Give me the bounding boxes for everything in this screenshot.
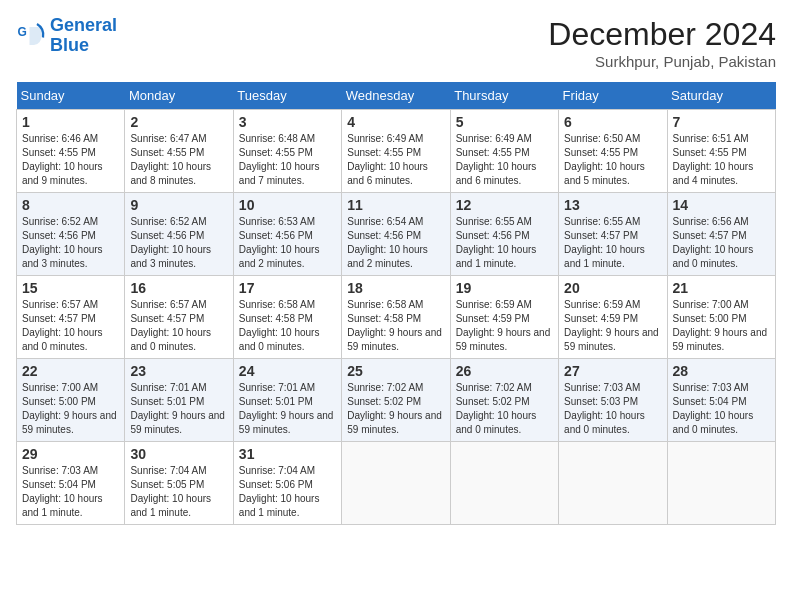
day-info: Sunrise: 6:49 AMSunset: 4:55 PMDaylight:…: [456, 132, 553, 188]
day-number: 25: [347, 363, 444, 379]
day-header-thursday: Thursday: [450, 82, 558, 110]
day-number: 18: [347, 280, 444, 296]
day-cell-28: 28Sunrise: 7:03 AMSunset: 5:04 PMDayligh…: [667, 359, 775, 442]
day-cell-2: 2Sunrise: 6:47 AMSunset: 4:55 PMDaylight…: [125, 110, 233, 193]
day-cell-18: 18Sunrise: 6:58 AMSunset: 4:58 PMDayligh…: [342, 276, 450, 359]
week-row-4: 22Sunrise: 7:00 AMSunset: 5:00 PMDayligh…: [17, 359, 776, 442]
day-info: Sunrise: 6:52 AMSunset: 4:56 PMDaylight:…: [130, 215, 227, 271]
day-cell-27: 27Sunrise: 7:03 AMSunset: 5:03 PMDayligh…: [559, 359, 667, 442]
day-cell-26: 26Sunrise: 7:02 AMSunset: 5:02 PMDayligh…: [450, 359, 558, 442]
day-number: 10: [239, 197, 336, 213]
logo-line2: Blue: [50, 35, 89, 55]
day-cell-6: 6Sunrise: 6:50 AMSunset: 4:55 PMDaylight…: [559, 110, 667, 193]
location-subtitle: Surkhpur, Punjab, Pakistan: [548, 53, 776, 70]
day-cell-22: 22Sunrise: 7:00 AMSunset: 5:00 PMDayligh…: [17, 359, 125, 442]
day-number: 24: [239, 363, 336, 379]
day-cell-7: 7Sunrise: 6:51 AMSunset: 4:55 PMDaylight…: [667, 110, 775, 193]
day-number: 12: [456, 197, 553, 213]
day-info: Sunrise: 6:55 AMSunset: 4:57 PMDaylight:…: [564, 215, 661, 271]
day-info: Sunrise: 6:57 AMSunset: 4:57 PMDaylight:…: [22, 298, 119, 354]
day-info: Sunrise: 6:46 AMSunset: 4:55 PMDaylight:…: [22, 132, 119, 188]
day-info: Sunrise: 6:53 AMSunset: 4:56 PMDaylight:…: [239, 215, 336, 271]
day-info: Sunrise: 7:00 AMSunset: 5:00 PMDaylight:…: [673, 298, 770, 354]
day-info: Sunrise: 6:57 AMSunset: 4:57 PMDaylight:…: [130, 298, 227, 354]
empty-cell: [559, 442, 667, 525]
day-cell-9: 9Sunrise: 6:52 AMSunset: 4:56 PMDaylight…: [125, 193, 233, 276]
day-number: 26: [456, 363, 553, 379]
day-cell-14: 14Sunrise: 6:56 AMSunset: 4:57 PMDayligh…: [667, 193, 775, 276]
day-info: Sunrise: 7:03 AMSunset: 5:04 PMDaylight:…: [673, 381, 770, 437]
day-number: 13: [564, 197, 661, 213]
day-info: Sunrise: 6:48 AMSunset: 4:55 PMDaylight:…: [239, 132, 336, 188]
week-row-2: 8Sunrise: 6:52 AMSunset: 4:56 PMDaylight…: [17, 193, 776, 276]
day-number: 30: [130, 446, 227, 462]
header-row: SundayMondayTuesdayWednesdayThursdayFrid…: [17, 82, 776, 110]
day-number: 17: [239, 280, 336, 296]
day-info: Sunrise: 6:59 AMSunset: 4:59 PMDaylight:…: [456, 298, 553, 354]
day-number: 19: [456, 280, 553, 296]
day-info: Sunrise: 6:58 AMSunset: 4:58 PMDaylight:…: [239, 298, 336, 354]
day-header-tuesday: Tuesday: [233, 82, 341, 110]
day-header-monday: Monday: [125, 82, 233, 110]
day-info: Sunrise: 6:52 AMSunset: 4:56 PMDaylight:…: [22, 215, 119, 271]
day-info: Sunrise: 7:01 AMSunset: 5:01 PMDaylight:…: [239, 381, 336, 437]
day-info: Sunrise: 6:55 AMSunset: 4:56 PMDaylight:…: [456, 215, 553, 271]
day-info: Sunrise: 7:00 AMSunset: 5:00 PMDaylight:…: [22, 381, 119, 437]
day-number: 28: [673, 363, 770, 379]
day-cell-4: 4Sunrise: 6:49 AMSunset: 4:55 PMDaylight…: [342, 110, 450, 193]
logo: G General Blue: [16, 16, 117, 56]
empty-cell: [342, 442, 450, 525]
day-info: Sunrise: 6:58 AMSunset: 4:58 PMDaylight:…: [347, 298, 444, 354]
day-number: 3: [239, 114, 336, 130]
calendar-table: SundayMondayTuesdayWednesdayThursdayFrid…: [16, 82, 776, 525]
logo-text: General Blue: [50, 16, 117, 56]
day-info: Sunrise: 7:03 AMSunset: 5:03 PMDaylight:…: [564, 381, 661, 437]
day-number: 4: [347, 114, 444, 130]
week-row-5: 29Sunrise: 7:03 AMSunset: 5:04 PMDayligh…: [17, 442, 776, 525]
day-number: 21: [673, 280, 770, 296]
page-header: G General Blue December 2024 Surkhpur, P…: [16, 16, 776, 70]
month-title: December 2024: [548, 16, 776, 53]
day-number: 16: [130, 280, 227, 296]
day-info: Sunrise: 6:56 AMSunset: 4:57 PMDaylight:…: [673, 215, 770, 271]
day-cell-10: 10Sunrise: 6:53 AMSunset: 4:56 PMDayligh…: [233, 193, 341, 276]
day-number: 27: [564, 363, 661, 379]
day-header-friday: Friday: [559, 82, 667, 110]
day-number: 8: [22, 197, 119, 213]
day-number: 9: [130, 197, 227, 213]
day-cell-29: 29Sunrise: 7:03 AMSunset: 5:04 PMDayligh…: [17, 442, 125, 525]
day-info: Sunrise: 6:51 AMSunset: 4:55 PMDaylight:…: [673, 132, 770, 188]
empty-cell: [450, 442, 558, 525]
logo-line1: General: [50, 15, 117, 35]
day-cell-30: 30Sunrise: 7:04 AMSunset: 5:05 PMDayligh…: [125, 442, 233, 525]
day-number: 6: [564, 114, 661, 130]
day-number: 7: [673, 114, 770, 130]
day-info: Sunrise: 7:02 AMSunset: 5:02 PMDaylight:…: [347, 381, 444, 437]
day-cell-3: 3Sunrise: 6:48 AMSunset: 4:55 PMDaylight…: [233, 110, 341, 193]
day-number: 14: [673, 197, 770, 213]
day-cell-25: 25Sunrise: 7:02 AMSunset: 5:02 PMDayligh…: [342, 359, 450, 442]
day-info: Sunrise: 7:04 AMSunset: 5:06 PMDaylight:…: [239, 464, 336, 520]
day-cell-8: 8Sunrise: 6:52 AMSunset: 4:56 PMDaylight…: [17, 193, 125, 276]
day-info: Sunrise: 6:49 AMSunset: 4:55 PMDaylight:…: [347, 132, 444, 188]
day-header-sunday: Sunday: [17, 82, 125, 110]
day-cell-15: 15Sunrise: 6:57 AMSunset: 4:57 PMDayligh…: [17, 276, 125, 359]
day-number: 31: [239, 446, 336, 462]
day-info: Sunrise: 6:50 AMSunset: 4:55 PMDaylight:…: [564, 132, 661, 188]
day-info: Sunrise: 7:03 AMSunset: 5:04 PMDaylight:…: [22, 464, 119, 520]
svg-text:G: G: [18, 25, 27, 39]
day-cell-23: 23Sunrise: 7:01 AMSunset: 5:01 PMDayligh…: [125, 359, 233, 442]
day-number: 20: [564, 280, 661, 296]
week-row-3: 15Sunrise: 6:57 AMSunset: 4:57 PMDayligh…: [17, 276, 776, 359]
empty-cell: [667, 442, 775, 525]
logo-icon: G: [16, 21, 46, 51]
day-info: Sunrise: 6:59 AMSunset: 4:59 PMDaylight:…: [564, 298, 661, 354]
day-cell-16: 16Sunrise: 6:57 AMSunset: 4:57 PMDayligh…: [125, 276, 233, 359]
day-info: Sunrise: 7:02 AMSunset: 5:02 PMDaylight:…: [456, 381, 553, 437]
day-cell-17: 17Sunrise: 6:58 AMSunset: 4:58 PMDayligh…: [233, 276, 341, 359]
day-cell-24: 24Sunrise: 7:01 AMSunset: 5:01 PMDayligh…: [233, 359, 341, 442]
day-cell-1: 1Sunrise: 6:46 AMSunset: 4:55 PMDaylight…: [17, 110, 125, 193]
day-number: 22: [22, 363, 119, 379]
day-cell-11: 11Sunrise: 6:54 AMSunset: 4:56 PMDayligh…: [342, 193, 450, 276]
day-cell-12: 12Sunrise: 6:55 AMSunset: 4:56 PMDayligh…: [450, 193, 558, 276]
